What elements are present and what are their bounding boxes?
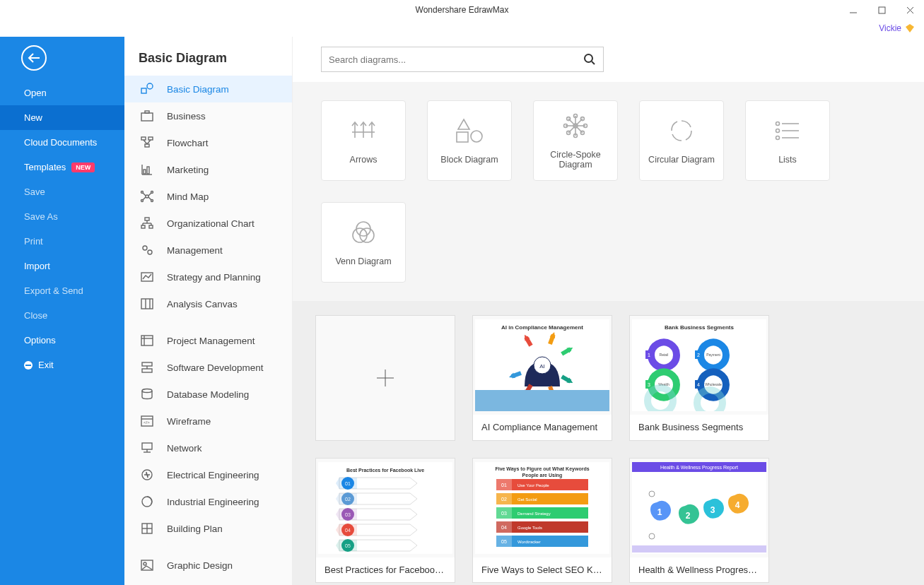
nav-options[interactable]: Options bbox=[0, 328, 124, 353]
close-button[interactable] bbox=[896, 0, 924, 20]
tile-label: Venn Diagram bbox=[332, 256, 394, 266]
new-badge: NEW bbox=[71, 162, 95, 172]
category-label: Electrical Engineering bbox=[167, 470, 259, 480]
category-industrial-engineering[interactable]: Industrial Engineering bbox=[124, 488, 292, 515]
file-menu-sidebar: OpenNewCloud DocumentsTemplatesNEWSaveSa… bbox=[0, 37, 124, 585]
category-database-modeling[interactable]: Database Modeling bbox=[124, 381, 292, 408]
search-input[interactable] bbox=[329, 54, 583, 65]
template-bank-business-segments[interactable]: Bank Business SegmentsRetail1Payment2Wea… bbox=[629, 315, 769, 441]
nav-new[interactable]: New bbox=[0, 105, 124, 130]
category-label: Mind Map bbox=[167, 191, 209, 202]
svg-text:4: 4 bbox=[697, 382, 700, 387]
tile-label: Circle-Spoke Diagram bbox=[534, 150, 617, 170]
template-five-ways-to-select-seo-keywor[interactable]: Five Ways to Figure out What KeywordsPeo… bbox=[472, 458, 612, 583]
nav-exit[interactable]: Exit bbox=[0, 353, 124, 377]
category-graphic-organizer[interactable]: Graphic Organizer bbox=[124, 579, 292, 585]
svg-rect-11 bbox=[148, 137, 153, 140]
maximize-button[interactable] bbox=[867, 0, 896, 20]
category-label: Marketing bbox=[167, 165, 209, 175]
category-analysis-canvas[interactable]: Analysis Canvas bbox=[124, 290, 292, 317]
template-thumb bbox=[316, 316, 455, 440]
database-icon bbox=[140, 387, 154, 401]
category-graphic-design[interactable]: Graphic Design bbox=[124, 552, 292, 579]
tile-label: Block Diagram bbox=[438, 155, 501, 165]
nav-print[interactable]: Print bbox=[0, 229, 124, 254]
template-ai-compliance-management[interactable]: AI in Compliance ManagementAIAI Complian… bbox=[472, 315, 612, 441]
svg-line-88 bbox=[575, 119, 583, 126]
canvas-icon bbox=[140, 297, 154, 311]
svg-text:Google Tools: Google Tools bbox=[517, 526, 542, 530]
tile-label: Circular Diagram bbox=[645, 155, 718, 165]
category-management[interactable]: Management bbox=[124, 237, 292, 264]
svg-text:3: 3 bbox=[710, 505, 715, 515]
search-icon[interactable] bbox=[583, 53, 596, 66]
category-label: Network bbox=[167, 443, 202, 454]
category-organizational-chart[interactable]: Organizational Chart bbox=[124, 210, 292, 237]
diagram-type-lists[interactable]: Lists bbox=[745, 100, 830, 181]
svg-line-25 bbox=[148, 193, 151, 196]
svg-text:Wholesale: Wholesale bbox=[705, 382, 722, 386]
block-icon bbox=[454, 117, 485, 145]
category-network[interactable]: Network bbox=[124, 435, 292, 461]
svg-marker-69 bbox=[458, 119, 469, 129]
nav-label: Print bbox=[24, 236, 43, 247]
category-building-plan[interactable]: Building Plan bbox=[124, 515, 292, 542]
svg-point-71 bbox=[471, 131, 482, 142]
graphic-icon bbox=[140, 558, 154, 572]
nav-label: Export & Send bbox=[24, 285, 83, 296]
category-flowchart[interactable]: Flowchart bbox=[124, 129, 292, 156]
category-business[interactable]: Business bbox=[124, 102, 292, 129]
category-electrical-engineering[interactable]: Electrical Engineering bbox=[124, 461, 292, 488]
minimize-button[interactable] bbox=[839, 0, 867, 20]
nav-import[interactable]: Import bbox=[0, 254, 124, 278]
template-label: AI Compliance Management bbox=[473, 415, 612, 439]
back-button[interactable] bbox=[21, 45, 47, 71]
diagram-type-circular-diagram[interactable]: Circular Diagram bbox=[639, 100, 724, 181]
template-label: Best Practices for Facebook Live bbox=[316, 557, 455, 582]
titlebar: Wondershare EdrawMax bbox=[0, 0, 924, 20]
nav-cloud-documents[interactable]: Cloud Documents bbox=[0, 130, 124, 155]
nav-save[interactable]: Save bbox=[0, 179, 124, 204]
template-health-wellness-progress-rep-[interactable]: Health & Wellness Progress Report1234Hea… bbox=[629, 458, 769, 583]
search-box[interactable] bbox=[321, 47, 604, 72]
template-label: Five Ways to Select SEO Keywords bbox=[473, 557, 612, 582]
svg-text:1: 1 bbox=[657, 507, 662, 517]
window-controls bbox=[839, 0, 924, 20]
template-thumb: Best Practices for Facebook Live01020304… bbox=[316, 459, 455, 557]
electrical-icon bbox=[140, 468, 154, 482]
svg-text:People are Using: People are Using bbox=[522, 473, 563, 478]
category-wireframe[interactable]: </>Wireframe bbox=[124, 408, 292, 435]
nav-templates[interactable]: TemplatesNEW bbox=[0, 155, 124, 179]
user-row: Vickie bbox=[0, 20, 924, 37]
user-name[interactable]: Vickie bbox=[879, 23, 901, 33]
category-mind-map[interactable]: Mind Map bbox=[124, 183, 292, 210]
category-project-management[interactable]: Project Management bbox=[124, 327, 292, 354]
category-marketing[interactable]: Marketing bbox=[124, 156, 292, 183]
exit-icon bbox=[24, 361, 33, 370]
building-icon bbox=[140, 521, 154, 536]
svg-point-19 bbox=[146, 195, 148, 198]
svg-text:1: 1 bbox=[648, 353, 650, 358]
svg-text:AI in Compliance Management: AI in Compliance Management bbox=[501, 324, 583, 331]
diagram-type-block-diagram[interactable]: Block Diagram bbox=[427, 100, 512, 181]
diagram-type-arrows[interactable]: Arrows bbox=[321, 100, 406, 181]
template-blank[interactable] bbox=[315, 315, 455, 441]
category-label: Analysis Canvas bbox=[167, 299, 238, 309]
category-label: Wireframe bbox=[167, 416, 211, 427]
nav-close[interactable]: Close bbox=[0, 303, 124, 328]
svg-line-27 bbox=[148, 197, 151, 200]
svg-line-13 bbox=[144, 140, 147, 144]
template-best-practices-for-facebook-li[interactable]: Best Practices for Facebook Live01020304… bbox=[315, 458, 455, 583]
category-strategy-and-planning[interactable]: Strategy and Planning bbox=[124, 264, 292, 290]
svg-text:AI: AI bbox=[539, 363, 545, 370]
category-software-development[interactable]: Software Development bbox=[124, 354, 292, 381]
nav-save-as[interactable]: Save As bbox=[0, 204, 124, 229]
svg-text:03: 03 bbox=[501, 511, 507, 516]
category-basic-diagram[interactable]: Basic Diagram bbox=[124, 76, 292, 102]
briefcase-icon bbox=[140, 109, 154, 123]
svg-text:04: 04 bbox=[501, 525, 507, 530]
diagram-type-venn-diagram[interactable]: Venn Diagram bbox=[321, 202, 406, 283]
diagram-type-circle-spoke-diagram[interactable]: Circle-Spoke Diagram bbox=[533, 100, 618, 181]
nav-open[interactable]: Open bbox=[0, 81, 124, 105]
nav-export-send[interactable]: Export & Send bbox=[0, 278, 124, 303]
